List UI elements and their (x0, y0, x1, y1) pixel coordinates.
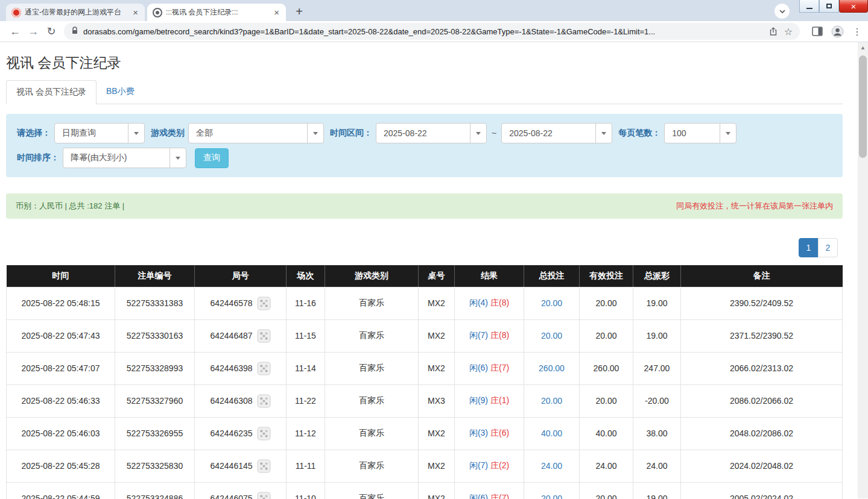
cell-game-type: 百家乐 (325, 384, 419, 417)
bookmark-star-icon[interactable]: ☆ (784, 26, 793, 37)
round-replay-icon[interactable] (257, 427, 271, 441)
currency-total-text: 币别：人民币 | 总共 :182 注单 | (16, 201, 124, 212)
game-type-select[interactable]: 全部 (188, 123, 324, 143)
tab2-title: :::视讯 会员下注纪录::: (166, 7, 269, 17)
total-bet-link[interactable]: 24.00 (541, 461, 562, 471)
date-end-input[interactable]: 2025-08-22 (501, 123, 612, 143)
summary-bar: 币别：人民币 | 总共 :182 注单 | 同局有效投注，统一计算在该局第一张注… (6, 193, 843, 219)
col-header-result: 结果 (455, 265, 524, 287)
cell-total-bet: 40.00 (524, 417, 580, 450)
round-replay-icon[interactable] (257, 362, 271, 375)
back-button[interactable]: ← (6, 25, 24, 38)
cell-bet-id: 522753326955 (115, 417, 195, 450)
round-replay-icon[interactable] (257, 329, 271, 343)
table-row: 2025-08-22 05:47:43 522753330163 6424464… (7, 319, 843, 352)
filter-panel: 请选择： 日期查询 游戏类别 全部 时间区间： 2025-08-22 ~ 202 (6, 114, 843, 177)
cell-result: 闲(4)庄(8) (455, 287, 524, 319)
cell-time: 2025-08-22 05:46:03 (7, 417, 115, 450)
round-replay-icon[interactable] (257, 297, 271, 310)
total-bet-link[interactable]: 20.00 (541, 494, 562, 499)
chevron-down-icon[interactable] (720, 124, 736, 143)
profile-avatar[interactable] (831, 25, 844, 38)
cell-session: 11-10 (287, 482, 325, 499)
sort-order-select[interactable]: 降幂(由大到小) (63, 148, 186, 168)
browser-menu-kebab-icon[interactable]: ⋮ (852, 26, 862, 37)
tab-bet-records[interactable]: 视讯 会员下注纪录 (6, 80, 97, 104)
window-controls: × (799, 0, 868, 13)
cell-payout: 38.00 (633, 417, 681, 450)
tab-bb-tip[interactable]: BB小费 (97, 80, 144, 104)
tab1-favicon-icon (11, 8, 21, 17)
chevron-down-icon[interactable] (307, 124, 323, 143)
total-bet-link[interactable]: 20.00 (541, 396, 562, 406)
cell-round: 642446308 (195, 384, 287, 417)
tab2-favicon-icon (153, 8, 162, 17)
chevron-down-icon[interactable] (470, 124, 486, 143)
cell-game-type: 百家乐 (325, 482, 419, 499)
pagination-page-2[interactable]: 2 (818, 238, 838, 257)
total-bet-link[interactable]: 40.00 (541, 428, 562, 438)
window-maximize-button[interactable] (819, 0, 839, 13)
search-button[interactable]: 查询 (195, 148, 229, 168)
tab-search-chevron-icon[interactable] (775, 4, 790, 19)
cell-table: MX2 (419, 287, 455, 319)
cell-time: 2025-08-22 05:47:43 (7, 319, 115, 352)
result-banker: 庄(8) (490, 298, 509, 307)
total-bet-link[interactable]: 20.00 (541, 298, 562, 308)
cell-payout: -20.00 (633, 384, 681, 417)
side-panel-icon[interactable] (812, 27, 823, 36)
table-row: 2025-08-22 05:47:07 522753328993 6424463… (7, 352, 843, 384)
page-scrollbar[interactable]: ▲ (858, 42, 868, 498)
browser-tab-1[interactable]: 通宝-信誉最好的网上游戏平台 × (6, 4, 145, 21)
per-page-select[interactable]: 100 (664, 123, 737, 143)
cell-session: 11-12 (287, 417, 325, 450)
new-tab-button[interactable]: + (291, 3, 308, 20)
date-start-input[interactable]: 2025-08-22 (376, 123, 487, 143)
round-number: 642446398 (210, 363, 252, 373)
window-close-button[interactable]: × (839, 0, 868, 13)
cell-note: 2066.02/2313.02 (681, 352, 843, 384)
chevron-down-icon[interactable] (128, 124, 144, 143)
tab1-close-icon[interactable]: × (131, 8, 139, 17)
cell-session: 11-14 (287, 352, 325, 384)
cell-bet-id: 522753330163 (115, 319, 195, 352)
scrollbar-up-arrow-icon[interactable]: ▲ (858, 42, 868, 52)
result-banker: 庄(6) (490, 428, 509, 438)
window-minimize-button[interactable] (799, 0, 819, 13)
share-icon[interactable] (768, 27, 778, 36)
query-type-select[interactable]: 日期查询 (54, 123, 145, 143)
cell-time: 2025-08-22 05:48:15 (7, 287, 115, 319)
round-replay-icon[interactable] (257, 459, 271, 473)
refresh-button[interactable]: ↻ (42, 25, 60, 38)
cell-table: MX2 (419, 352, 455, 384)
chevron-down-icon[interactable] (169, 148, 186, 168)
date-range-label: 时间区间： (330, 128, 372, 139)
chevron-down-icon[interactable] (595, 124, 612, 143)
round-replay-icon[interactable] (257, 394, 271, 408)
total-bet-link[interactable]: 20.00 (541, 331, 562, 341)
cell-payout: 19.00 (633, 287, 681, 319)
cell-round: 642446487 (195, 319, 287, 352)
tab2-close-icon[interactable]: × (273, 8, 280, 17)
bet-table-body: 2025-08-22 05:48:15 522753331383 6424465… (7, 287, 843, 499)
cell-note: 2048.02/2086.02 (681, 417, 843, 450)
cell-total-bet: 260.00 (524, 352, 580, 384)
cell-result: 闲(6)庄(7) (455, 352, 524, 384)
cell-table: MX2 (419, 417, 455, 450)
round-replay-icon[interactable] (257, 492, 271, 499)
result-banker: 庄(8) (490, 330, 509, 340)
cell-note: 2390.52/2409.52 (681, 287, 843, 319)
round-number: 642446075 (210, 494, 252, 499)
total-bet-link[interactable]: 260.00 (539, 363, 565, 373)
result-banker: 庄(7) (490, 493, 509, 499)
cell-round: 642446398 (195, 352, 287, 384)
pagination-page-1[interactable]: 1 (799, 238, 819, 257)
round-number: 642446308 (210, 396, 252, 406)
forward-button[interactable]: → (24, 25, 42, 38)
table-row: 2025-08-22 05:48:15 522753331383 6424465… (7, 287, 843, 319)
scrollbar-thumb[interactable] (859, 55, 867, 158)
cell-result: 闲(6)庄(7) (455, 482, 524, 499)
address-bar[interactable]: dorasabs.com/game/betrecord_search/kind3… (64, 23, 800, 40)
cell-round: 642446235 (195, 417, 287, 450)
browser-tab-2[interactable]: :::视讯 会员下注纪录::: × (147, 4, 286, 21)
